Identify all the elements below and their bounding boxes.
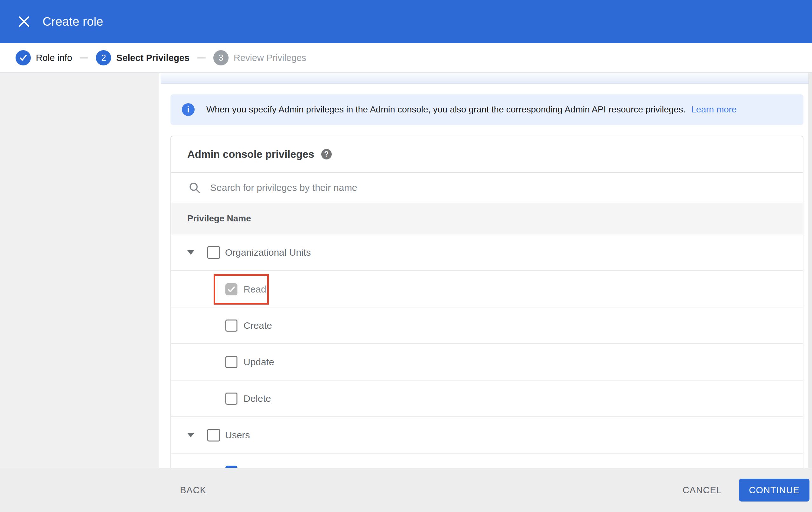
action-highlight-box: Read [214, 274, 269, 304]
privilege-label: Organizational Units [225, 247, 311, 258]
scrollbar[interactable] [809, 73, 812, 468]
privilege-row-users: Users [171, 417, 803, 454]
step-role-info[interactable]: Role info [16, 50, 72, 65]
step-1-label: Role info [36, 53, 72, 63]
back-button[interactable]: BACK [180, 485, 206, 495]
collapse-triangle-icon[interactable] [187, 433, 194, 437]
cancel-button[interactable]: CANCEL [683, 485, 722, 495]
step-1-circle [16, 50, 31, 65]
privilege-row-organizational-units: Organizational Units [171, 235, 803, 271]
step-select-privileges[interactable]: 2 Select Privileges [96, 50, 190, 65]
step-connector [197, 57, 206, 58]
close-button[interactable] [18, 15, 30, 28]
banner-message: When you specify Admin privileges in the… [206, 105, 686, 114]
privilege-label: Users [225, 430, 250, 440]
learn-more-link[interactable]: Learn more [691, 105, 736, 114]
delete-checkbox[interactable] [225, 393, 237, 405]
users-read-checkbox[interactable] [225, 466, 237, 468]
search-privileges-input[interactable] [209, 182, 496, 193]
privilege-label: Delete [243, 393, 271, 404]
info-icon: i [182, 103, 195, 116]
info-banner: i When you specify Admin privileges in t… [171, 94, 804, 125]
step-2-label: Select Privileges [116, 53, 190, 63]
read-checkbox[interactable] [225, 283, 237, 295]
scrolled-content-edge [161, 73, 809, 84]
privilege-label: Read [243, 284, 266, 295]
footer-bar: BACK CANCEL CONTINUE [0, 468, 812, 512]
continue-button[interactable]: CONTINUE [739, 479, 809, 502]
privilege-label: Create [243, 320, 272, 331]
admin-console-privileges-card: Admin console privileges ? Privilege Nam… [171, 136, 804, 468]
dialog-body: i When you specify Admin privileges in t… [0, 73, 812, 468]
dialog-title: Create role [42, 15, 103, 29]
collapse-triangle-icon[interactable] [187, 250, 194, 255]
step-connector [80, 57, 88, 58]
organizational-units-checkbox[interactable] [207, 246, 220, 259]
privilege-row-create: Create [171, 307, 803, 344]
step-3-label: Review Privileges [234, 53, 306, 63]
step-2-circle: 2 [96, 50, 111, 65]
card-title-row: Admin console privileges ? [171, 136, 803, 172]
step-done-icon [19, 54, 27, 62]
close-icon [18, 16, 30, 28]
update-checkbox[interactable] [225, 356, 237, 368]
privilege-row-delete: Delete [171, 380, 803, 417]
help-icon[interactable]: ? [321, 149, 332, 159]
privilege-search-row [171, 172, 803, 203]
stepper: Role info 2 Select Privileges 3 Review P… [0, 43, 812, 73]
privilege-row-users-read: Read [171, 454, 803, 468]
card-title: Admin console privileges [187, 148, 314, 160]
create-role-dialog: Create role Role info 2 Select Privilege… [0, 0, 812, 512]
main-content: i When you specify Admin privileges in t… [160, 73, 812, 468]
banner-text: When you specify Admin privileges in the… [206, 105, 737, 115]
left-panel [0, 73, 160, 468]
table-column-header: Privilege Name [171, 203, 803, 235]
app-bar: Create role [0, 0, 812, 43]
step-3-circle: 3 [213, 50, 229, 65]
step-review-privileges[interactable]: 3 Review Privileges [213, 50, 306, 65]
users-checkbox[interactable] [207, 429, 220, 441]
footer-actions: CANCEL CONTINUE [683, 479, 809, 502]
privilege-row-read: Read [171, 271, 803, 307]
privilege-label: Update [243, 357, 274, 368]
search-icon [188, 182, 201, 194]
privilege-row-update: Update [171, 344, 803, 380]
create-checkbox[interactable] [225, 320, 237, 331]
